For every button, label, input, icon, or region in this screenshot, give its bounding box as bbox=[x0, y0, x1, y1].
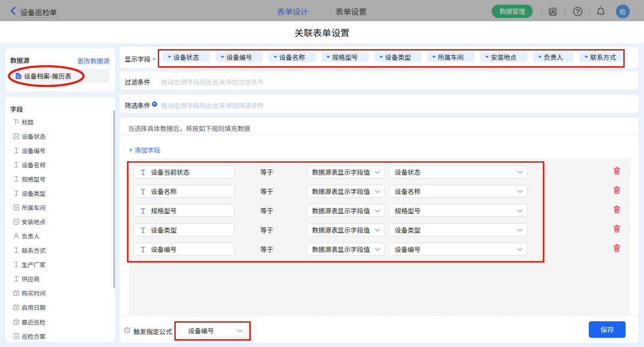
svg-text:?: ? bbox=[126, 327, 128, 332]
